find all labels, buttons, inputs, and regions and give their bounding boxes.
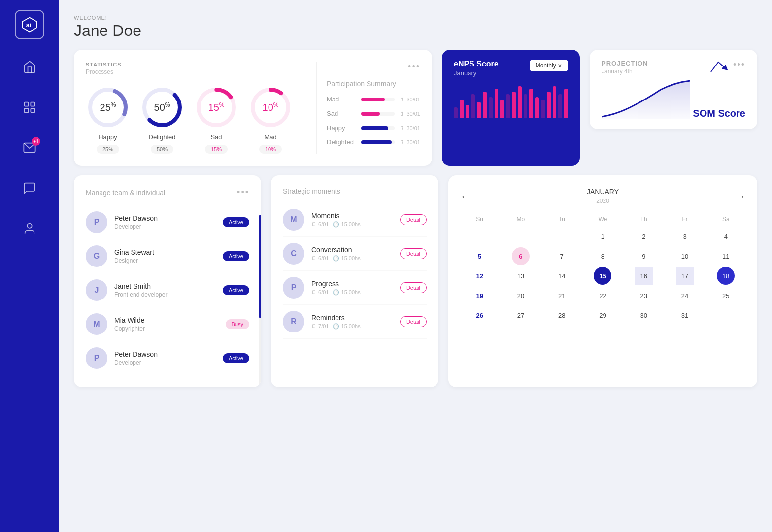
moment-time-3: 🕐 15.00hs xyxy=(333,323,360,330)
moment-detail-btn-1[interactable]: Detail xyxy=(400,248,427,259)
calendar-card: ← JANUARY 2020 → SuMoTuWeThFrSa123456789… xyxy=(448,175,757,387)
cal-day-10[interactable]: 10 xyxy=(676,247,694,265)
cal-day-29[interactable]: 29 xyxy=(594,306,611,324)
cal-day-30[interactable]: 30 xyxy=(635,306,653,324)
cal-day-18[interactable]: 18 xyxy=(717,267,735,285)
moment-name-1: Conversation xyxy=(311,246,393,254)
som-score-label: SOM Score xyxy=(693,108,745,119)
moment-item-1: C Conversation 🗓 6/01 🕐 15.00hs Detail xyxy=(283,237,427,271)
cal-day-15[interactable]: 15 xyxy=(594,267,611,285)
cal-day-3[interactable]: 3 xyxy=(676,228,694,245)
cal-day-6[interactable]: 6 xyxy=(512,247,530,265)
team-members-list: P Peter Dawson Developer Active G Gina S… xyxy=(86,205,249,375)
cal-day-28[interactable]: 28 xyxy=(553,306,571,324)
cal-day-24[interactable]: 24 xyxy=(676,287,694,304)
moment-name-2: Progress xyxy=(311,280,393,288)
enps-bar-8 xyxy=(500,100,504,118)
calendar-prev-button[interactable]: ← xyxy=(460,191,470,202)
cal-day-17[interactable]: 17 xyxy=(676,267,694,285)
member-status-1: Active xyxy=(223,251,249,261)
calendar-grid: SuMoTuWeThFrSa12345678910111213141516171… xyxy=(460,213,745,324)
team-member-3[interactable]: M Mia Wilde Copyrighter Busy xyxy=(86,307,249,341)
team-member-4[interactable]: P Peter Dawson Developer Active xyxy=(86,341,249,375)
sidebar-item-mail[interactable]: +1 xyxy=(17,135,42,161)
moment-item-2: P Progress 🗓 6/01 🕐 15.00hs Detail xyxy=(283,271,427,305)
cal-day-2[interactable]: 2 xyxy=(635,228,653,245)
projection-menu[interactable]: ••• xyxy=(733,60,745,70)
delighted-donut: 50% Delighted 50% xyxy=(140,85,184,154)
stats-title: STATISTICS xyxy=(86,62,302,67)
svg-rect-5 xyxy=(31,108,34,112)
cal-day-9[interactable]: 9 xyxy=(635,247,653,265)
team-member-2[interactable]: J Janet Smith Front end developer Active xyxy=(86,273,249,307)
enps-subtitle: January xyxy=(454,69,499,77)
cal-day-31[interactable]: 31 xyxy=(676,306,694,324)
participation-menu[interactable]: ••• xyxy=(408,62,420,72)
member-name-4: Peter Dawson xyxy=(114,350,216,358)
cal-day-16[interactable]: 16 xyxy=(635,267,653,285)
cal-header-Th: Th xyxy=(624,213,663,226)
strategic-card: Strategic moments M Moments 🗓 6/01 🕐 15.… xyxy=(271,175,438,387)
cal-day-13[interactable]: 13 xyxy=(512,267,530,285)
monthly-dropdown[interactable]: Monthly ∨ xyxy=(530,60,568,71)
delighted-bar xyxy=(361,140,392,144)
cal-day-11[interactable]: 11 xyxy=(717,247,735,265)
cal-day-22[interactable]: 22 xyxy=(594,287,611,304)
enps-bar-7 xyxy=(495,89,499,118)
member-name-0: Peter Dawson xyxy=(114,214,216,222)
cal-header-Sa: Sa xyxy=(706,213,745,226)
sad-donut: 15% Sad 15% xyxy=(194,85,238,154)
mad-value: 10% xyxy=(263,101,279,113)
enps-bar-11 xyxy=(518,86,522,118)
cal-day-19[interactable]: 19 xyxy=(471,287,489,304)
sidebar-item-grid[interactable] xyxy=(17,95,42,120)
moment-detail-btn-0[interactable]: Detail xyxy=(400,214,427,225)
cal-day-4[interactable]: 4 xyxy=(717,228,735,245)
cal-day-12[interactable]: 12 xyxy=(471,267,489,285)
happy-bar xyxy=(361,126,388,130)
member-avatar-3: M xyxy=(86,313,107,335)
moment-item-3: R Reminders 🗓 7/01 🕐 15.00hs Detail xyxy=(283,305,427,339)
moment-name-0: Moments xyxy=(311,212,393,220)
enps-header: eNPS Score January Monthly ∨ xyxy=(454,60,568,77)
cal-day-27[interactable]: 27 xyxy=(512,306,530,324)
member-status-2: Active xyxy=(223,285,249,295)
app-logo[interactable]: ai xyxy=(15,10,44,39)
calendar-next-button[interactable]: → xyxy=(736,191,745,202)
mail-badge: +1 xyxy=(32,137,40,146)
cal-day-5[interactable]: 5 xyxy=(471,247,489,265)
moment-detail-btn-2[interactable]: Detail xyxy=(400,282,427,293)
enps-bar-2 xyxy=(466,105,470,118)
svg-point-7 xyxy=(27,224,32,228)
team-member-0[interactable]: P Peter Dawson Developer Active xyxy=(86,205,249,239)
cal-day-21[interactable]: 21 xyxy=(553,287,571,304)
moment-date-3: 🗓 7/01 xyxy=(311,323,329,330)
cal-day-7[interactable]: 7 xyxy=(553,247,571,265)
participation-row-mad: Mad 🗓 30/01 xyxy=(327,96,420,103)
mad-badge: 10% xyxy=(259,145,282,154)
participation-rows: Mad 🗓 30/01 Sad 🗓 30/01 xyxy=(327,96,420,146)
cal-day-20[interactable]: 20 xyxy=(512,287,530,304)
team-menu[interactable]: ••• xyxy=(237,187,249,198)
cal-header-Fr: Fr xyxy=(665,213,704,226)
welcome-label: WELCOME! xyxy=(74,15,757,21)
happy-badge: 25% xyxy=(97,145,119,154)
calendar-month-label: JANUARY xyxy=(587,188,619,196)
cal-day-23[interactable]: 23 xyxy=(635,287,653,304)
cal-header-Mo: Mo xyxy=(501,213,540,226)
member-role-3: Copyrighter xyxy=(114,325,219,332)
sidebar-item-chat[interactable] xyxy=(17,175,42,201)
team-member-1[interactable]: G Gina Stewart Designer Active xyxy=(86,239,249,273)
enps-bar-16 xyxy=(547,92,551,118)
moment-time-0: 🕐 15.00hs xyxy=(333,221,360,228)
cal-day-26[interactable]: 26 xyxy=(471,306,489,324)
cal-day-1[interactable]: 1 xyxy=(594,228,611,245)
member-avatar-2: J xyxy=(86,279,107,301)
cal-day-25[interactable]: 25 xyxy=(717,287,735,304)
moment-detail-btn-3[interactable]: Detail xyxy=(400,316,427,327)
cal-day-14[interactable]: 14 xyxy=(553,267,571,285)
sidebar-item-home[interactable] xyxy=(17,54,42,80)
sidebar-item-user[interactable] xyxy=(17,216,42,241)
cal-day-8[interactable]: 8 xyxy=(594,247,611,265)
member-role-2: Front end developer xyxy=(114,291,216,298)
